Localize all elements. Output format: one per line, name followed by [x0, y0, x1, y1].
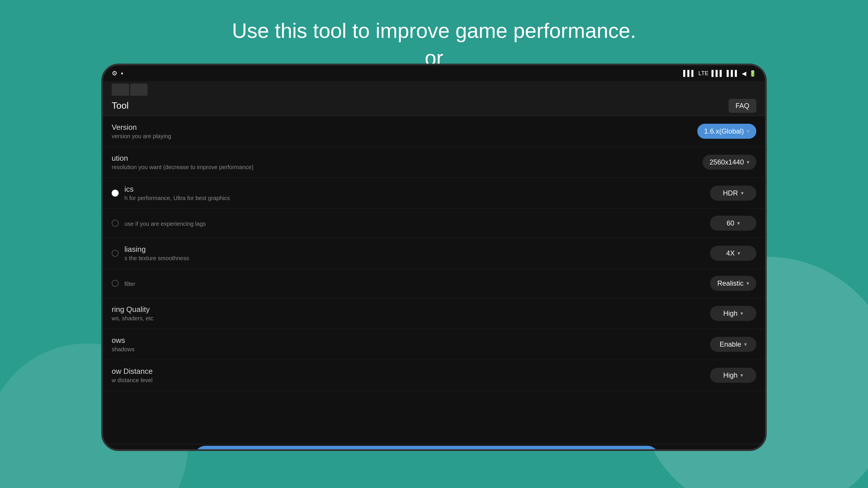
rendering-quality-label: ring Quality: [112, 305, 154, 314]
chevron-down-icon: ▾: [740, 372, 743, 379]
settings-icon: ⚙: [112, 70, 118, 77]
version-text: Version version you are playing: [112, 123, 171, 140]
shadow-distance-label: ow Distance: [112, 367, 153, 376]
graphics-dropdown[interactable]: HDR ▾: [710, 186, 756, 201]
antialiasing-text: liasing s the texture smoothness: [124, 245, 189, 262]
shadows-dropdown[interactable]: Enable ▾: [710, 337, 756, 352]
graphics-info: ics h for performance, Ultra for best gr…: [112, 185, 230, 201]
rendering-quality-desc: ws, shaders, etc: [112, 315, 154, 322]
footer-bar: Accept ♡: [103, 444, 765, 451]
chevron-down-icon: ▾: [744, 341, 747, 348]
signal3-icon: ▌▌▌: [726, 70, 739, 76]
antialiasing-desc: s the texture smoothness: [124, 255, 189, 262]
chevron-down-icon: ▾: [741, 190, 744, 196]
signal-icon: ▌▌▌: [683, 70, 695, 76]
fps-dropdown[interactable]: 60 ▾: [710, 216, 756, 231]
resolution-dropdown[interactable]: 2560x1440 ▾: [703, 155, 756, 170]
chevron-down-icon: ▾: [747, 128, 749, 134]
filter-row: filter Realistic ▾: [103, 269, 765, 298]
shadow-distance-text: ow Distance w distance level: [112, 367, 153, 384]
device-frame: ⚙ ▪ ▌▌▌ LTE ▌▌▌ ▌▌▌ ◀ 🔋 Tool FAQ Version…: [101, 64, 767, 451]
filter-radio[interactable]: [112, 280, 119, 287]
status-bar-right: ▌▌▌ LTE ▌▌▌ ▌▌▌ ◀ 🔋: [683, 70, 756, 77]
resolution-text: ution resolution you want (decrease to i…: [112, 154, 253, 170]
notification-icon: ▪: [121, 70, 123, 77]
shadows-label: ows: [112, 336, 134, 345]
signal2-icon: ▌▌▌: [711, 70, 724, 76]
filter-dropdown[interactable]: Realistic ▾: [710, 276, 756, 291]
status-bar-left: ⚙ ▪: [112, 70, 123, 77]
chevron-down-icon: ▾: [737, 220, 740, 226]
filter-info: filter: [112, 280, 135, 287]
graphics-label: ics: [124, 185, 230, 194]
antialiasing-row: liasing s the texture smoothness 4X ▾: [103, 238, 765, 269]
wifi-icon: ◀: [742, 70, 746, 77]
version-dropdown[interactable]: 1.6.x(Global) ▾: [697, 124, 756, 139]
faq-button[interactable]: FAQ: [728, 99, 756, 113]
filter-text: filter: [124, 280, 135, 287]
fps-info: use if you are experiencing lags: [112, 220, 206, 227]
fps-row: use if you are experiencing lags 60 ▾: [103, 209, 765, 238]
antialiasing-radio[interactable]: [112, 250, 119, 257]
version-row: Version version you are playing 1.6.x(Gl…: [103, 116, 765, 147]
rendering-quality-text: ring Quality ws, shaders, etc: [112, 305, 154, 322]
tab-1[interactable]: [112, 84, 129, 96]
shadow-distance-row: ow Distance w distance level High ▾: [103, 360, 765, 391]
chevron-down-icon: ▾: [740, 310, 743, 317]
antialiasing-info: liasing s the texture smoothness: [112, 245, 189, 262]
tab-bar: [103, 81, 765, 96]
rendering-quality-row: ring Quality ws, shaders, etc High ▾: [103, 298, 765, 329]
version-info: Version version you are playing: [112, 123, 171, 140]
rendering-quality-info: ring Quality ws, shaders, etc: [112, 305, 154, 322]
shadows-desc: shadows: [112, 346, 134, 353]
graphics-row: ics h for performance, Ultra for best gr…: [103, 178, 765, 209]
graphics-radio[interactable]: [112, 190, 119, 197]
resolution-row: ution resolution you want (decrease to i…: [103, 147, 765, 178]
chevron-down-icon: ▾: [746, 280, 749, 287]
shadow-distance-dropdown[interactable]: High ▾: [710, 368, 756, 383]
graphics-desc: h for performance, Ultra for best graphi…: [124, 195, 230, 201]
shadow-distance-desc: w distance level: [112, 377, 153, 384]
fps-radio[interactable]: [112, 220, 119, 227]
rendering-quality-dropdown[interactable]: High ▾: [710, 306, 756, 321]
battery-icon: 🔋: [749, 70, 756, 77]
lte-icon: LTE: [699, 70, 709, 76]
shadows-row: ows shadows Enable ▾: [103, 329, 765, 360]
shadows-text: ows shadows: [112, 336, 134, 353]
header-line1: Use this tool to improve game performanc…: [0, 18, 868, 44]
chevron-down-icon: ▾: [738, 250, 740, 256]
tab-2[interactable]: [130, 84, 148, 96]
filter-desc: filter: [124, 281, 135, 287]
accept-button[interactable]: Accept: [195, 446, 658, 451]
fps-desc: use if you are experiencing lags: [124, 221, 206, 227]
fps-text: use if you are experiencing lags: [124, 220, 206, 227]
shadows-info: ows shadows: [112, 336, 134, 353]
chevron-down-icon: ▾: [747, 159, 749, 165]
app-header: Tool FAQ: [103, 96, 765, 116]
graphics-text: ics h for performance, Ultra for best gr…: [124, 185, 230, 201]
shadow-distance-info: ow Distance w distance level: [112, 367, 153, 384]
resolution-desc: resolution you want (decrease to improve…: [112, 164, 253, 170]
settings-list[interactable]: Version version you are playing 1.6.x(Gl…: [103, 116, 765, 444]
version-desc: version you are playing: [112, 133, 171, 140]
status-bar: ⚙ ▪ ▌▌▌ LTE ▌▌▌ ▌▌▌ ◀ 🔋: [103, 65, 765, 81]
antialiasing-dropdown[interactable]: 4X ▾: [710, 246, 756, 261]
resolution-info: ution resolution you want (decrease to i…: [112, 154, 253, 170]
version-label: Version: [112, 123, 171, 132]
resolution-label: ution: [112, 154, 253, 163]
antialiasing-label: liasing: [124, 245, 189, 254]
app-title: Tool: [112, 100, 129, 111]
